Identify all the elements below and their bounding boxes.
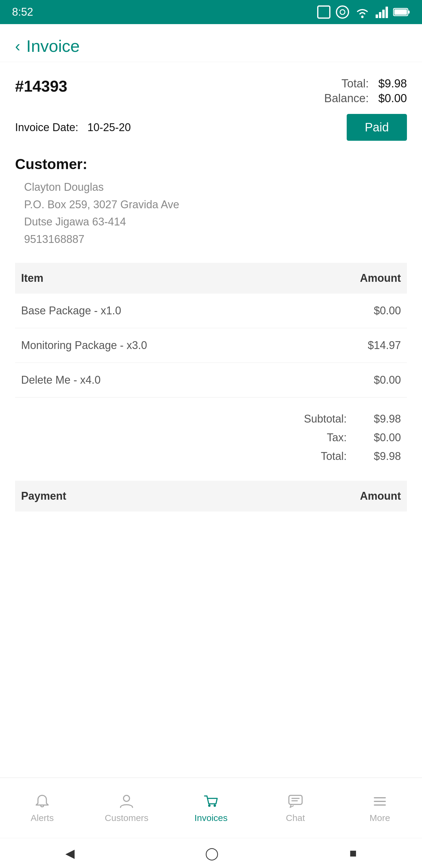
invoice-date-row: Invoice Date: 10-25-20 Paid	[15, 114, 407, 141]
invoice-balance-line: Balance: $0.00	[324, 92, 407, 105]
back-button[interactable]: ‹	[15, 38, 20, 54]
total-row: Total: $9.98	[21, 450, 401, 463]
top-header: ‹ Invoice	[0, 24, 422, 62]
nav-item-alerts[interactable]: Alerts	[0, 793, 84, 823]
battery-icon	[393, 7, 410, 17]
invoice-totals: Total: $9.98 Balance: $0.00	[324, 77, 407, 105]
more-icon	[371, 793, 388, 810]
customer-section: Customer: Clayton Douglas P.O. Box 259, …	[15, 156, 407, 248]
signal-icon	[375, 5, 388, 19]
col-item-header: Item	[15, 263, 298, 293]
invoice-date: Invoice Date: 10-25-20	[15, 121, 131, 134]
date-label: Invoice Date:	[15, 121, 78, 133]
nav-item-customers[interactable]: Customers	[84, 793, 169, 823]
total-label: Total:	[341, 77, 369, 90]
payment-amount-label: Amount	[360, 490, 401, 502]
person-icon	[118, 793, 135, 810]
chat-icon	[287, 793, 304, 810]
table-cell-amount: $0.00	[298, 363, 407, 398]
status-bar: 8:52	[0, 0, 422, 24]
table-row: Delete Me - x4.0$0.00	[15, 363, 407, 398]
table-cell-item: Base Package - x1.0	[15, 293, 298, 328]
tax-value: $0.00	[365, 431, 401, 444]
nav-item-invoices[interactable]: Invoices	[169, 793, 253, 823]
svg-rect-6	[382, 10, 385, 18]
customer-name: Clayton Douglas	[24, 179, 407, 196]
balance-label: Balance:	[324, 92, 369, 104]
svg-rect-5	[379, 12, 381, 18]
status-icons	[317, 5, 410, 19]
svg-rect-0	[318, 6, 330, 18]
page-title: Invoice	[26, 36, 79, 56]
android-recents-button[interactable]: ■	[349, 846, 357, 860]
table-row: Monitoring Package - x3.0$14.97	[15, 328, 407, 363]
main-content: #14393 Total: $9.98 Balance: $0.00 Invoi…	[0, 62, 422, 512]
invoice-number: #14393	[15, 77, 67, 95]
nav-label-invoices: Invoices	[194, 813, 227, 823]
nav-label-customers: Customers	[105, 813, 149, 823]
summary-section: Subtotal: $9.98 Tax: $0.00 Total: $9.98	[15, 410, 407, 478]
table-header-row: Item Amount	[15, 263, 407, 293]
nav-label-more: More	[369, 813, 390, 823]
status-time: 8:52	[12, 6, 33, 19]
android-back-button[interactable]: ◀	[65, 846, 75, 860]
invoice-total-line: Total: $9.98	[324, 77, 407, 90]
customer-address2: Dutse Jigawa 63-414	[24, 213, 407, 230]
payment-label: Payment	[21, 490, 66, 502]
svg-rect-9	[394, 9, 407, 15]
cart-icon	[203, 793, 220, 810]
col-amount-header: Amount	[298, 263, 407, 293]
customer-address1: P.O. Box 259, 3027 Gravida Ave	[24, 196, 407, 213]
svg-rect-7	[386, 7, 388, 18]
nav-label-chat: Chat	[286, 813, 305, 823]
svg-point-13	[214, 804, 216, 807]
nav-label-alerts: Alerts	[31, 813, 54, 823]
bottom-nav: Alerts Customers Invoices Chat	[0, 778, 422, 838]
nav-item-more[interactable]: More	[338, 793, 422, 823]
table-cell-item: Monitoring Package - x3.0	[15, 328, 298, 363]
tax-label: Tax:	[327, 431, 347, 444]
table-cell-amount: $0.00	[298, 293, 407, 328]
tax-row: Tax: $0.00	[21, 431, 401, 444]
bell-icon	[34, 793, 51, 810]
svg-rect-10	[408, 10, 410, 13]
wifi-icon	[355, 5, 370, 19]
balance-value: $0.00	[378, 92, 407, 104]
summary-total-value: $9.98	[365, 450, 401, 463]
date-value: 10-25-20	[87, 121, 131, 133]
circle-dot-icon	[335, 5, 350, 19]
subtotal-value: $9.98	[365, 412, 401, 425]
table-row: Base Package - x1.0$0.00	[15, 293, 407, 328]
svg-point-12	[208, 804, 210, 807]
svg-point-3	[361, 16, 363, 18]
summary-total-label: Total:	[321, 450, 347, 463]
android-nav-bar: ◀ ◯ ■	[0, 838, 422, 868]
invoice-table: Item Amount Base Package - x1.0$0.00Moni…	[15, 263, 407, 398]
table-cell-amount: $14.97	[298, 328, 407, 363]
invoice-header-row: #14393 Total: $9.98 Balance: $0.00	[15, 77, 407, 105]
nav-item-chat[interactable]: Chat	[253, 793, 338, 823]
square-icon	[317, 5, 330, 19]
subtotal-label: Subtotal:	[304, 412, 347, 425]
table-cell-item: Delete Me - x4.0	[15, 363, 298, 398]
payment-section-header: Payment Amount	[15, 481, 407, 512]
subtotal-row: Subtotal: $9.98	[21, 412, 401, 425]
customer-section-label: Customer:	[15, 156, 407, 173]
android-home-button[interactable]: ◯	[205, 846, 219, 860]
total-value: $9.98	[378, 77, 407, 90]
paid-button[interactable]: Paid	[347, 114, 407, 141]
svg-point-2	[340, 10, 345, 14]
customer-phone: 9513168887	[24, 230, 407, 248]
svg-rect-4	[376, 14, 378, 18]
svg-rect-14	[289, 795, 302, 804]
customer-detail: Clayton Douglas P.O. Box 259, 3027 Gravi…	[15, 179, 407, 248]
svg-point-1	[336, 6, 349, 18]
svg-point-11	[124, 795, 130, 801]
